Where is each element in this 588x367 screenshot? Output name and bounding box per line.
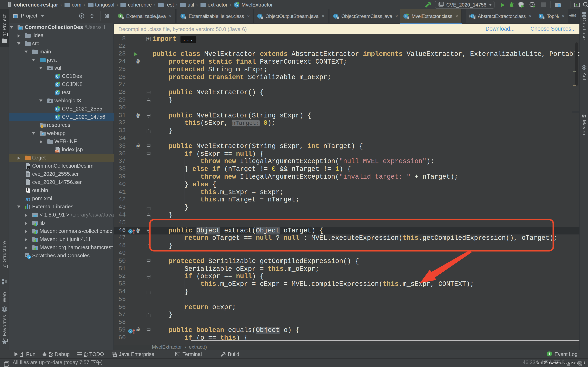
svg-text:C: C bbox=[540, 14, 543, 18]
svg-text:EE: EE bbox=[113, 354, 117, 357]
svg-text:C: C bbox=[471, 14, 474, 18]
svg-text:m: m bbox=[581, 112, 586, 119]
svg-text:I: I bbox=[120, 14, 121, 18]
svg-text:C: C bbox=[334, 14, 337, 18]
svg-text:C: C bbox=[182, 14, 184, 18]
svg-text:JSP: JSP bbox=[55, 150, 59, 152]
svg-text:1: 1 bbox=[548, 352, 550, 356]
svg-text:C: C bbox=[259, 14, 261, 18]
svg-text:m: m bbox=[26, 196, 30, 202]
svg-text:BIN: BIN bbox=[26, 191, 29, 193]
